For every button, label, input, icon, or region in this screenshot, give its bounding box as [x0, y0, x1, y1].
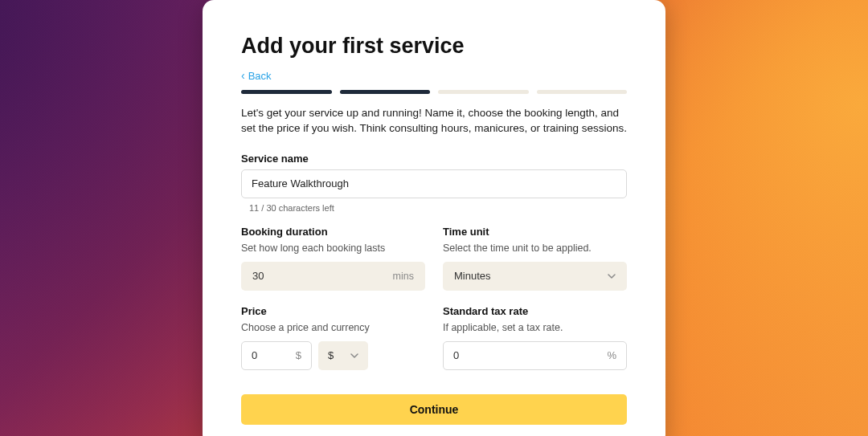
tax-section: Standard tax rate If applicable, set a t… [443, 305, 627, 370]
tax-label: Standard tax rate [443, 305, 627, 317]
price-currency-suffix: $ [296, 349, 301, 361]
chevron-left-icon: ‹ [241, 70, 245, 81]
time-unit-select[interactable]: Minutes [443, 262, 627, 291]
service-name-label: Service name [241, 153, 627, 165]
progress-steps [241, 90, 627, 94]
progress-step-3 [438, 90, 529, 94]
tax-input[interactable]: 0 % [443, 341, 627, 370]
booking-duration-suffix: mins [393, 271, 414, 282]
price-sub: Choose a price and currency [241, 322, 425, 333]
currency-value: $ [328, 349, 334, 361]
progress-step-4 [537, 90, 628, 94]
continue-button[interactable]: Continue [241, 394, 627, 425]
time-unit-sub: Select the time unit to be applied. [443, 242, 627, 254]
chevron-down-icon [608, 272, 616, 280]
booking-duration-label: Booking duration [241, 226, 425, 238]
booking-duration-section: Booking duration Set how long each booki… [241, 226, 425, 291]
tax-suffix: % [607, 349, 616, 361]
service-name-section: Service name 11 / 30 characters left [241, 153, 627, 213]
service-name-char-count: 11 / 30 characters left [249, 203, 627, 213]
price-section: Price Choose a price and currency 0 $ $ [241, 305, 425, 370]
currency-select[interactable]: $ [318, 341, 368, 370]
time-unit-value: Minutes [454, 270, 491, 282]
intro-text: Let's get your service up and running! N… [241, 105, 627, 137]
price-label: Price [241, 305, 425, 317]
progress-step-1 [241, 90, 332, 94]
tax-value: 0 [453, 349, 459, 361]
chevron-down-icon [350, 352, 358, 360]
tax-sub: If applicable, set a tax rate. [443, 322, 627, 333]
booking-duration-sub: Set how long each booking lasts [241, 242, 425, 254]
progress-step-2 [340, 90, 431, 94]
time-unit-section: Time unit Select the time unit to be app… [443, 226, 627, 291]
page-title: Add your first service [241, 34, 627, 59]
onboarding-card: Add your first service ‹ Back Let's get … [203, 0, 665, 436]
back-label: Back [248, 70, 272, 82]
back-link[interactable]: ‹ Back [241, 70, 272, 82]
time-unit-label: Time unit [443, 226, 627, 238]
service-name-input[interactable] [241, 169, 627, 198]
booking-duration-value: 30 [252, 270, 264, 282]
booking-duration-input[interactable]: 30 mins [241, 262, 425, 291]
price-value: 0 [252, 349, 257, 361]
price-input[interactable]: 0 $ [241, 341, 312, 370]
